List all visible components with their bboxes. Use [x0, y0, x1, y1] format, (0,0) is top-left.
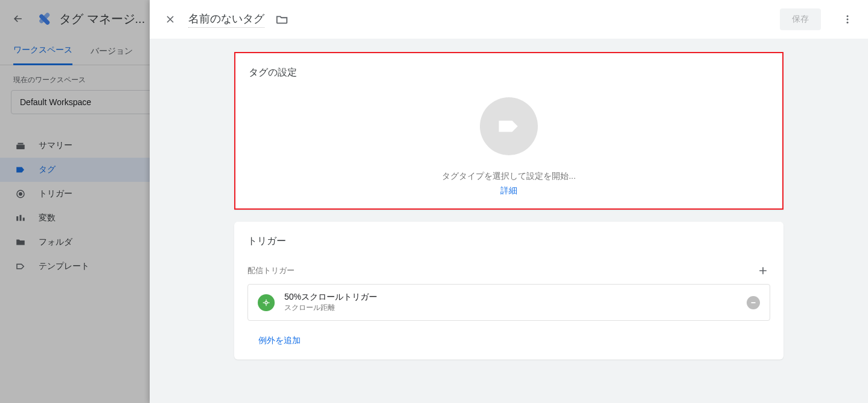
tag-config-heading: タグの設定 — [235, 53, 782, 79]
close-button[interactable] — [163, 12, 177, 27]
save-button[interactable]: 保存 — [780, 8, 821, 30]
svg-point-12 — [265, 301, 267, 304]
svg-point-10 — [847, 19, 849, 21]
trigger-name: 50%スクロールトリガー — [284, 292, 737, 303]
remove-trigger-button[interactable] — [747, 296, 760, 309]
more-menu-button[interactable] — [840, 12, 855, 27]
tag-config-prompt: タグタイプを選択して設定を開始... — [442, 171, 576, 182]
svg-point-9 — [847, 15, 849, 17]
tag-name-input[interactable]: 名前のないタグ — [188, 11, 264, 28]
trigger-heading: トリガー — [247, 235, 770, 248]
trigger-row[interactable]: 50%スクロールトリガー スクロール距離 — [247, 284, 770, 321]
tag-editor-panel: 名前のないタグ 保存 タグの設定 タグタイプを選択して設定を開始... 詳細 ト… — [150, 0, 868, 403]
add-exception-link[interactable]: 例外を追加 — [258, 335, 770, 346]
scroll-trigger-icon — [258, 294, 275, 311]
folder-icon[interactable] — [275, 13, 289, 26]
trigger-card: トリガー 配信トリガー 50%スクロールトリガー スクロール距離 — [234, 222, 783, 359]
trigger-type: スクロール距離 — [284, 303, 737, 313]
tag-placeholder-icon — [480, 97, 538, 155]
svg-point-11 — [847, 22, 849, 24]
trigger-sub-label: 配信トリガー — [247, 265, 295, 276]
tag-config-detail-link[interactable]: 詳細 — [500, 185, 517, 196]
tag-config-card[interactable]: タグの設定 タグタイプを選択して設定を開始... 詳細 — [234, 52, 783, 210]
add-trigger-button[interactable] — [756, 263, 770, 278]
